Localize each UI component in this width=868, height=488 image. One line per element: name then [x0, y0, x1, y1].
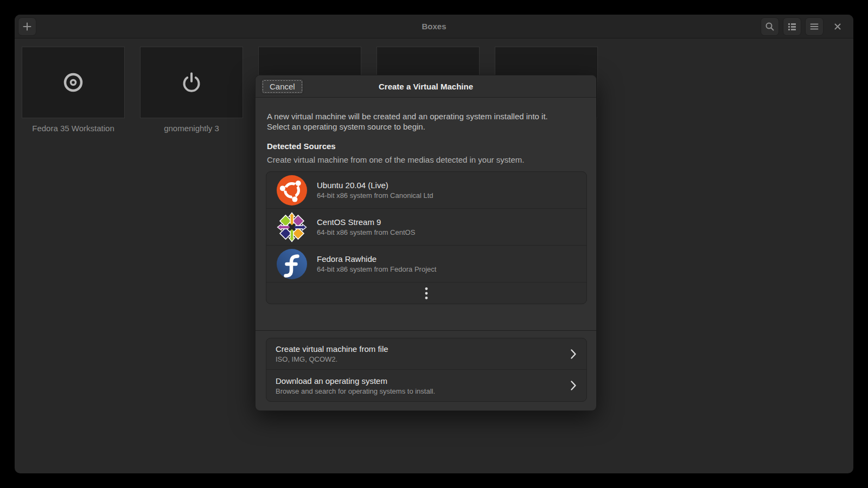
- ubuntu-logo: [277, 175, 307, 206]
- vertical-ellipsis-icon: [425, 287, 428, 300]
- chevron-right-icon: [570, 380, 577, 391]
- source-name: Fedora Rawhide: [317, 254, 436, 264]
- action-subtitle: ISO, IMG, QCOW2.: [276, 355, 586, 363]
- detected-sources-list: Ubuntu 20.04 (Live) 64-bit x86 system fr…: [266, 171, 587, 304]
- list-view-icon: [787, 22, 797, 31]
- screen: Boxes: [0, 0, 868, 488]
- intro-line-2: Select an operating system source to beg…: [267, 121, 548, 132]
- show-more-sources-row[interactable]: [266, 282, 586, 304]
- source-row-centos[interactable]: CentOS Stream 9 64-bit x86 system from C…: [266, 209, 586, 246]
- menu-button[interactable]: [805, 17, 824, 36]
- create-from-file-row[interactable]: Create virtual machine from file ISO, IM…: [266, 338, 586, 370]
- source-row-fedora[interactable]: Fedora Rawhide 64-bit x86 system from Fe…: [266, 246, 586, 282]
- list-view-button[interactable]: [783, 17, 801, 36]
- vm-tile-gnomenightly[interactable]: [140, 47, 243, 118]
- vm-tile-label: gnomenightly 3: [140, 124, 243, 133]
- new-vm-button[interactable]: [18, 17, 36, 36]
- search-icon: [765, 22, 775, 31]
- source-detail: 64-bit x86 system from Canonical Ltd: [317, 191, 433, 200]
- source-detail: 64-bit x86 system from Fedora Project: [317, 265, 436, 273]
- menu-icon: [809, 22, 819, 31]
- action-title: Create virtual machine from file: [276, 344, 586, 354]
- source-detail: 64-bit x86 system from CentOS: [317, 228, 415, 236]
- fedora-logo: [277, 249, 307, 279]
- intro-line-1: A new virtual machine will be created an…: [267, 111, 548, 121]
- close-button[interactable]: [828, 17, 847, 36]
- section-divider: [256, 330, 596, 331]
- dialog-title: Create a Virtual Machine: [256, 75, 596, 98]
- plus-icon: [22, 22, 32, 31]
- detected-sources-heading: Detected Sources: [267, 142, 336, 151]
- power-icon: [180, 70, 203, 94]
- create-vm-dialog: Create a Virtual Machine Cancel A new vi…: [255, 75, 597, 411]
- close-icon: [834, 23, 841, 30]
- dialog-intro: A new virtual machine will be created an…: [267, 111, 548, 132]
- vm-tile-label: Fedora 35 Workstation: [22, 124, 125, 133]
- window-title: Boxes: [15, 15, 853, 38]
- detected-sources-description: Create virtual machine from one of the m…: [267, 155, 524, 164]
- centos-logo: [277, 212, 307, 242]
- source-name: CentOS Stream 9: [317, 217, 415, 227]
- dialog-headerbar: Create a Virtual Machine Cancel: [256, 75, 596, 98]
- vm-tile-fedora-35[interactable]: [22, 47, 125, 118]
- action-subtitle: Browse and search for operating systems …: [276, 387, 586, 395]
- dialog-actions-list: Create virtual machine from file ISO, IM…: [266, 338, 587, 402]
- source-name: Ubuntu 20.04 (Live): [317, 181, 433, 190]
- download-os-row[interactable]: Download an operating system Browse and …: [266, 370, 586, 401]
- chevron-right-icon: [570, 349, 577, 359]
- source-row-ubuntu[interactable]: Ubuntu 20.04 (Live) 64-bit x86 system fr…: [266, 172, 586, 209]
- action-title: Download an operating system: [276, 376, 586, 386]
- search-button[interactable]: [761, 17, 779, 36]
- headerbar: Boxes: [15, 15, 853, 38]
- disc-icon: [61, 70, 85, 94]
- cancel-button[interactable]: Cancel: [261, 79, 304, 94]
